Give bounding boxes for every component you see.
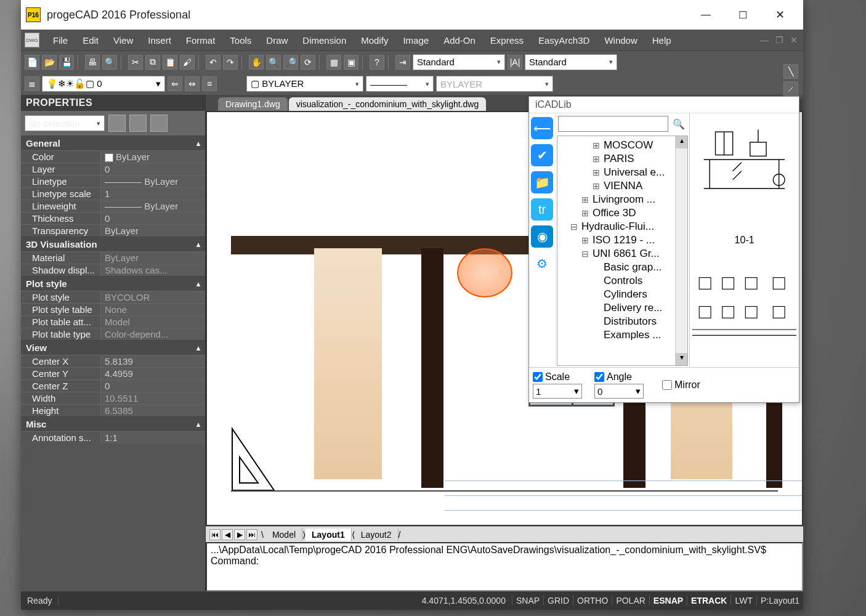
tree-node[interactable]: ⊞ Office 3D [559,206,686,220]
mirror-checkbox[interactable]: Mirror [662,379,700,391]
dwg-menu-icon[interactable]: DWG [25,33,39,47]
prop-row[interactable]: ColorByLayer [21,150,205,163]
status-toggle[interactable]: P:Layout1 [756,596,803,606]
linetype-combo[interactable]: ————▾ [366,76,434,92]
prop-row[interactable]: Plot table att...Model [21,315,205,328]
menu-insert[interactable]: Insert [140,35,179,46]
maximize-button[interactable]: ☐ [724,2,761,27]
block-thumbnail-2[interactable] [692,248,796,365]
layer-prev-icon[interactable]: ⇐ [168,76,182,91]
menu-image[interactable]: Image [395,35,436,46]
prop-section-header[interactable]: 3D Visualisation▴ [21,237,205,251]
dim-style-combo[interactable]: Standard▾ [413,54,505,70]
menu-view[interactable]: View [106,35,140,46]
tree-node[interactable]: ⊟ UNI 6861 Gr... [559,247,686,261]
folder-icon[interactable]: 📁 [531,171,553,193]
first-tab-icon[interactable]: ⏮ [209,529,221,540]
status-toggle[interactable]: POLAR [612,596,649,606]
doc-tab[interactable]: visualization_-_condominium_with_skyligh… [289,97,486,111]
prop-row[interactable]: Height6.5385 [21,404,205,416]
dim-tool-icon[interactable]: ⇥ [395,55,410,70]
line-icon[interactable]: ╲ [783,64,798,79]
doc-tab[interactable]: Drawing1.dwg [218,97,288,111]
layout-tab-layout2[interactable]: Layout2 [355,529,399,541]
new-icon[interactable]: 📄 [25,55,39,70]
menu-express[interactable]: Express [483,35,531,46]
menu-file[interactable]: File [46,35,75,46]
open-icon[interactable]: 📂 [42,55,57,70]
status-toggle[interactable]: GRID [543,596,573,606]
status-toggle[interactable]: ESNAP [649,596,687,606]
prop-row[interactable]: Linetype scale1 [21,187,205,200]
check-icon[interactable]: ✔ [531,144,553,166]
mdi-minimize-icon[interactable]: — [759,34,770,46]
tree-node[interactable]: ⊟ Hydraulic-Flui... [559,220,686,233]
tree-node[interactable]: ⊞ MOSCOW [559,139,686,152]
tree-node[interactable]: Examples ... [559,328,686,342]
prop-row[interactable]: Center Z0 [21,379,205,392]
text-tool-icon[interactable]: |A| [508,55,522,70]
next-tab-icon[interactable]: ▶ [234,529,245,540]
paste-icon[interactable]: 📋 [163,55,177,70]
status-toggle[interactable]: SNAP [512,596,543,606]
text-style-combo[interactable]: Standard▾ [525,54,617,70]
menu-help[interactable]: Help [645,35,679,46]
layer-iso-icon[interactable]: ≡ [202,76,217,91]
prop-row[interactable]: TransparencyByLayer [21,224,205,237]
print-icon[interactable]: 🖶 [85,55,100,70]
pickadd-icon[interactable] [129,115,147,132]
prop-row[interactable]: MaterialByLayer [21,251,205,264]
mdi-close-icon[interactable]: ✕ [788,34,799,46]
prop-row[interactable]: Width10.5511 [21,392,205,404]
cut-icon[interactable]: ✂ [128,55,143,70]
menu-edit[interactable]: Edit [75,35,106,46]
prev-tab-icon[interactable]: ◀ [222,529,233,540]
menu-dimension[interactable]: Dimension [295,35,354,46]
command-line[interactable]: ...\AppData\Local\Temp\progeCAD 2016 Pro… [206,542,803,591]
menu-easyarch3d[interactable]: EasyArch3D [531,35,597,46]
tree-node[interactable]: Controls [559,274,686,288]
cad-icon[interactable]: ◉ [531,225,553,248]
layer-combo[interactable]: 💡❄☀🔓▢ 0▾ [42,76,165,92]
undo-icon[interactable]: ↶ [206,55,221,70]
tree-node[interactable]: ⊞ Livingroom ... [559,193,686,206]
status-toggle[interactable]: LWT [730,596,756,606]
pan-icon[interactable]: ✋ [249,55,264,70]
tree-node[interactable]: Cylinders [559,288,686,301]
status-toggle[interactable]: ORTHO [573,596,612,606]
tree-node[interactable]: ⊞ VIENNA [559,179,686,193]
last-tab-icon[interactable]: ⏭ [246,529,257,540]
search-icon[interactable]: 🔍 [671,116,687,132]
angle-checkbox[interactable]: Angle [594,371,644,383]
mdi-restore-icon[interactable]: ❐ [774,34,785,46]
quickselect-icon[interactable] [108,115,126,132]
prop-row[interactable]: Thickness0 [21,212,205,224]
menu-window[interactable]: Window [597,35,644,46]
prop-section-header[interactable]: General▴ [21,136,205,150]
zoom-prev-icon[interactable]: 🔎 [283,55,298,70]
layer-state-icon[interactable]: ⇔ [185,76,200,91]
preview-icon[interactable]: 🔍 [102,55,117,70]
lineweight-combo[interactable]: BYLAYER▾ [436,76,553,92]
trace-icon[interactable]: tr [531,198,553,221]
prop-row[interactable]: Plot styleBYCOLOR [21,291,205,303]
layer-manager-icon[interactable]: ≣ [25,76,39,91]
prop-row[interactable]: Center X5.8139 [21,355,205,367]
prop-row[interactable]: Plot table typeColor-depend... [21,328,205,340]
status-toggle[interactable]: ETRACK [687,596,730,606]
xline-icon[interactable]: ⟋ [783,81,798,96]
save-icon[interactable]: 💾 [59,55,74,70]
prop-row[interactable]: Layer0 [21,163,205,175]
prop-row[interactable]: Center Y4.4959 [21,367,205,379]
prop-section-header[interactable]: Misc▴ [21,417,205,431]
menu-tools[interactable]: Tools [222,35,259,46]
orbit-icon[interactable]: ⟳ [301,55,315,70]
prop-row[interactable]: Annotation s...1:1 [21,431,205,444]
prop-row[interactable]: Lineweight———— ByLayer [21,200,205,212]
prop-row[interactable]: Plot style tableNone [21,303,205,315]
tool-a-icon[interactable]: ▦ [326,55,341,70]
scale-checkbox[interactable]: Scale [533,371,582,383]
prop-row[interactable]: Shadow displ...Shadows cas... [21,264,205,276]
tree-node[interactable]: ⊞ PARIS [559,152,686,166]
block-thumbnail[interactable] [692,116,796,232]
